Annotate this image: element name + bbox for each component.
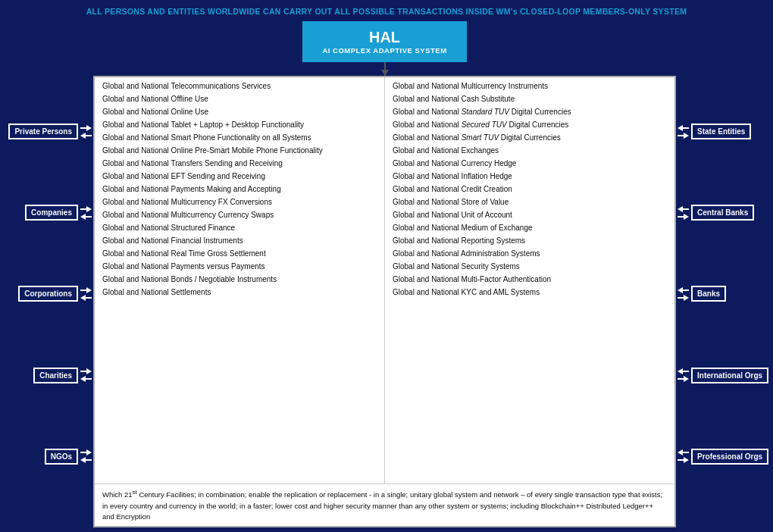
banner-text: ALL PERSONS AND ENTITIES WORLDWIDE CAN C…: [86, 7, 687, 16]
list-item: Global and National Structured Finance: [102, 222, 377, 234]
list-item: Global and National Transfers Sending an…: [102, 158, 377, 170]
list-item: Global and National Smart Phone Function…: [102, 132, 377, 144]
list-item: Global and National Unit of Account: [393, 209, 667, 221]
sidebar-item-central-banks: Central Banks: [678, 205, 768, 221]
list-item: Global and National Reporting Systems: [393, 235, 667, 247]
ngos-arrows: [80, 449, 92, 463]
right-labels-panel: State Entities Central Banks: [678, 21, 768, 527]
list-item: Global and National Offline Use: [102, 93, 377, 105]
hal-subtitle: AI COMPLEX ADAPTIVE SYSTEM: [322, 46, 446, 55]
banks-arrows: [678, 287, 689, 301]
sidebar-item-ngos: NGOs: [5, 449, 92, 465]
hal-box-wrapper: HAL AI COMPLEX ADAPTIVE SYSTEM: [93, 21, 676, 62]
sidebar-item-state-entities: State Entities: [678, 124, 768, 139]
list-item: Global and National Settlements: [102, 286, 377, 299]
page-wrapper: ALL PERSONS AND ENTITIES WORLDWIDE CAN C…: [0, 0, 773, 532]
private-persons-arrows: [80, 125, 92, 139]
list-item: Global and National Administration Syste…: [393, 248, 667, 260]
list-item: Global and National EFT Sending and Rece…: [102, 171, 377, 183]
sidebar-item-companies: Companies: [5, 205, 92, 221]
list-item: Global and National Cash Substitute: [393, 93, 667, 105]
main-layout: Private Persons Companies: [0, 21, 773, 532]
list-item: Global and National Telecommunications S…: [102, 80, 377, 92]
sidebar-item-private-persons: Private Persons: [5, 124, 92, 139]
state-entities-arrows: [678, 125, 689, 139]
hal-connector: [93, 62, 676, 76]
corporations-label: Corporations: [18, 286, 78, 302]
list-item: Global and National Online Pre-Smart Mob…: [102, 145, 377, 157]
list-item: Global and National Store of Value: [393, 196, 667, 208]
sidebar-item-international-orgs: International Orgs: [678, 368, 768, 383]
hal-title: HAL: [322, 29, 446, 46]
charities-label: Charities: [33, 368, 78, 383]
sidebar-item-corporations: Corporations: [5, 286, 92, 302]
list-item: Global and National Secured TUV Digital …: [393, 119, 667, 131]
content-box: Global and National Telecommunications S…: [93, 76, 676, 527]
list-item: Global and National Medium of Exchange: [393, 222, 667, 234]
state-entities-label: State Entities: [691, 124, 751, 139]
companies-arrows: [80, 206, 92, 220]
right-column: Global and National Multicurrency Instru…: [385, 77, 674, 483]
sidebar-item-charities: Charities: [5, 368, 92, 383]
footer-text: Which 21st Century Facilities; in combin…: [95, 483, 674, 526]
list-item: Global and National Multicurrency Instru…: [393, 80, 667, 92]
list-item: Global and National Credit Creation: [393, 183, 667, 196]
list-item: Global and National Payments Making and …: [102, 183, 377, 196]
sidebar-item-professional-orgs: Professional Orgs: [678, 449, 768, 465]
list-item: Global and National Security Systems: [393, 261, 667, 273]
list-item: Global and National Payments versus Paym…: [102, 261, 377, 273]
list-item: Global and National KYC and AML Systems: [393, 286, 667, 299]
private-persons-label: Private Persons: [8, 124, 78, 139]
list-item: Global and National Bonds / Negotiable I…: [102, 274, 377, 286]
center-panel: HAL AI COMPLEX ADAPTIVE SYSTEM Global an…: [93, 21, 676, 527]
list-item: Global and National Tablet + Laptop + De…: [102, 119, 377, 131]
international-orgs-arrows: [678, 368, 689, 382]
central-banks-label: Central Banks: [691, 205, 754, 221]
left-labels-panel: Private Persons Companies: [5, 21, 92, 527]
list-item: Global and National Online Use: [102, 106, 377, 118]
list-item: Global and National Multicurrency Curren…: [102, 209, 377, 221]
central-banks-arrows: [678, 206, 689, 220]
list-item: Global and National Currency Hedge: [393, 158, 667, 170]
ngos-label: NGOs: [45, 449, 78, 465]
companies-label: Companies: [25, 205, 78, 221]
sidebar-item-banks: Banks: [678, 286, 768, 302]
professional-orgs-label: Professional Orgs: [691, 449, 768, 465]
two-columns: Global and National Telecommunications S…: [95, 77, 674, 483]
list-item: Global and National Smart TUV Digital Cu…: [393, 132, 667, 144]
list-item: Global and National Multi-Factor Authent…: [393, 274, 667, 286]
banks-label: Banks: [691, 286, 726, 302]
professional-orgs-arrows: [678, 449, 689, 463]
header-banner: ALL PERSONS AND ENTITIES WORLDWIDE CAN C…: [0, 0, 773, 21]
list-item: Global and National Inflation Hedge: [393, 171, 667, 183]
corporations-arrows: [80, 287, 92, 301]
international-orgs-label: International Orgs: [691, 368, 768, 383]
list-item: Global and National Exchanges: [393, 145, 667, 157]
list-item: Global and National Standard TUV Digital…: [393, 106, 667, 118]
left-column: Global and National Telecommunications S…: [95, 77, 385, 483]
hal-box: HAL AI COMPLEX ADAPTIVE SYSTEM: [302, 21, 466, 62]
list-item: Global and National Financial Instrument…: [102, 235, 377, 247]
list-item: Global and National Multicurrency FX Con…: [102, 196, 377, 208]
charities-arrows: [80, 368, 92, 382]
list-item: Global and National Real Time Gross Sett…: [102, 248, 377, 260]
